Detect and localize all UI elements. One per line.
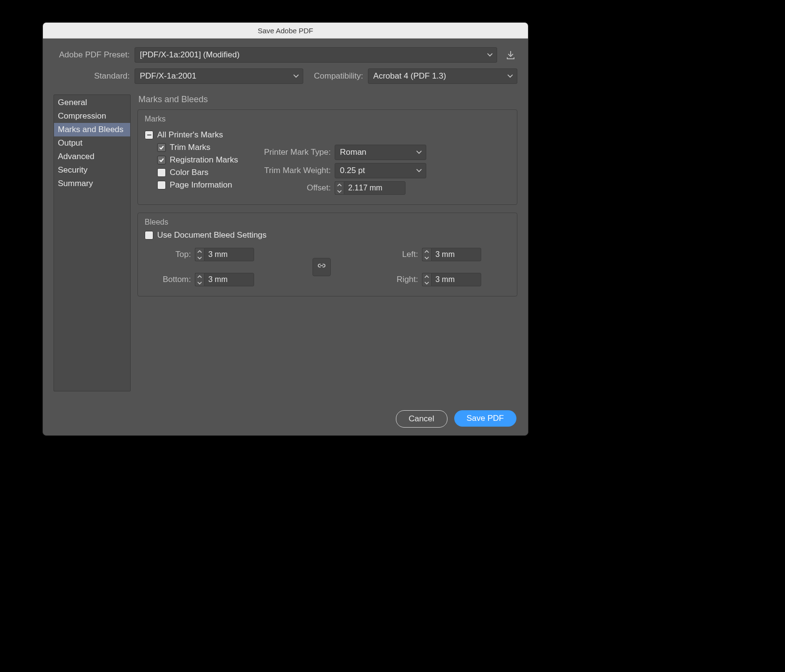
trim-mark-weight-value: 0.25 pt [340, 166, 365, 175]
all-printers-marks-checkbox[interactable] [145, 131, 153, 139]
sidebar-item-label: Compression [58, 111, 106, 121]
trim-mark-weight-select[interactable]: 0.25 pt [335, 163, 426, 178]
window-titlebar: Save Adobe PDF [43, 23, 528, 39]
chevron-down-icon [195, 280, 204, 286]
chevron-down-icon [195, 255, 204, 261]
cancel-button[interactable]: Cancel [396, 410, 447, 428]
trim-mark-weight-label: Trim Mark Weight: [256, 166, 331, 175]
sidebar-item-label: Advanced [58, 152, 95, 161]
dialog-footer: Cancel Save PDF [396, 410, 516, 428]
header-controls: Adobe PDF Preset: [PDF/X-1a:2001] (Modif… [43, 39, 528, 93]
offset-stepper[interactable]: 2.117 mm [335, 181, 406, 195]
all-printers-marks-label: All Printer's Marks [157, 130, 223, 140]
bleed-top-stepper[interactable]: 3 mm [195, 248, 254, 261]
bleeds-group: Bleeds Use Document Bleed Settings Top: [137, 213, 517, 296]
page-information-checkbox[interactable] [157, 181, 166, 189]
chevron-up-icon [195, 248, 204, 255]
chevron-down-icon [487, 53, 493, 57]
trim-marks-label: Trim Marks [170, 143, 210, 152]
sidebar-item-advanced[interactable]: Advanced [54, 150, 130, 163]
standard-select[interactable]: PDF/X-1a:2001 [135, 68, 303, 84]
bleeds-legend: Bleeds [145, 218, 510, 227]
panel-title: Marks and Bleeds [138, 94, 517, 105]
sidebar-item-security[interactable]: Security [54, 163, 130, 177]
color-bars-label: Color Bars [170, 168, 208, 177]
bleed-left-stepper[interactable]: 3 mm [422, 248, 481, 261]
bleed-bottom-label: Bottom: [154, 275, 191, 284]
bleed-top-label: Top: [154, 250, 191, 259]
chevron-up-icon [422, 273, 431, 280]
check-icon [159, 157, 164, 163]
offset-label: Offset: [256, 183, 331, 193]
page-information-label: Page Information [170, 180, 232, 190]
window-title: Save Adobe PDF [257, 27, 313, 35]
bleed-left-label: Left: [389, 250, 418, 259]
registration-marks-checkbox[interactable] [157, 156, 166, 164]
trim-marks-checkbox[interactable] [157, 143, 166, 152]
stepper-arrows[interactable] [195, 273, 204, 286]
standard-value: PDF/X-1a:2001 [140, 71, 196, 81]
bleed-left-value[interactable]: 3 mm [431, 248, 481, 261]
bleed-bottom-value[interactable]: 3 mm [204, 273, 254, 286]
bleed-right-label: Right: [389, 275, 418, 284]
sidebar-item-label: Security [58, 165, 87, 175]
sidebar-item-label: Marks and Bleeds [58, 125, 123, 134]
bleed-top-value[interactable]: 3 mm [204, 248, 254, 261]
printer-mark-type-label: Printer Mark Type: [256, 148, 331, 157]
stepper-arrows[interactable] [422, 273, 431, 286]
category-sidebar: General Compression Marks and Bleeds Out… [54, 94, 131, 391]
compatibility-select[interactable]: Acrobat 4 (PDF 1.3) [368, 68, 517, 84]
sidebar-item-marks-and-bleeds[interactable]: Marks and Bleeds [54, 123, 130, 136]
chevron-down-icon [422, 255, 431, 261]
sidebar-item-general[interactable]: General [54, 96, 130, 109]
bleed-right-value[interactable]: 3 mm [431, 273, 481, 286]
bleed-right-stepper[interactable]: 3 mm [422, 273, 481, 286]
standard-label: Standard: [54, 71, 130, 81]
indeterminate-icon [147, 134, 151, 136]
marks-group: Marks All Printer's Marks Trim Marks [137, 109, 517, 205]
chevron-up-icon [422, 248, 431, 255]
chevron-down-icon [507, 74, 513, 78]
use-document-bleed-checkbox[interactable] [145, 231, 153, 240]
stepper-arrows[interactable] [195, 248, 204, 261]
preset-value: [PDF/X-1a:2001] (Modified) [140, 50, 240, 60]
main-panel: Marks and Bleeds Marks All Printer's Mar… [137, 93, 517, 403]
printer-mark-type-select[interactable]: Roman [335, 145, 426, 160]
compatibility-label: Compatibility: [314, 71, 363, 81]
sidebar-item-label: Summary [58, 179, 93, 188]
chevron-down-icon [422, 280, 431, 286]
registration-marks-label: Registration Marks [170, 155, 238, 165]
save-pdf-dialog: Save Adobe PDF Adobe PDF Preset: [PDF/X-… [42, 22, 528, 436]
download-icon [506, 50, 515, 60]
check-icon [159, 145, 164, 150]
link-bleeds-toggle[interactable] [312, 258, 331, 276]
bleed-bottom-stepper[interactable]: 3 mm [195, 273, 254, 286]
cancel-button-label: Cancel [409, 414, 434, 424]
printer-mark-type-value: Roman [340, 148, 366, 157]
sidebar-item-compression[interactable]: Compression [54, 109, 130, 123]
chevron-down-icon [293, 74, 299, 78]
stepper-arrows[interactable] [422, 248, 431, 261]
offset-value[interactable]: 2.117 mm [344, 181, 406, 195]
marks-legend: Marks [145, 115, 510, 123]
use-document-bleed-label: Use Document Bleed Settings [157, 230, 267, 240]
stepper-arrows[interactable] [335, 181, 344, 195]
preset-select[interactable]: [PDF/X-1a:2001] (Modified) [135, 47, 497, 63]
chevron-down-icon [335, 188, 344, 194]
compatibility-value: Acrobat 4 (PDF 1.3) [373, 71, 446, 81]
sidebar-item-summary[interactable]: Summary [54, 177, 130, 190]
sidebar-item-label: General [58, 98, 87, 107]
save-pdf-button[interactable]: Save PDF [454, 410, 516, 427]
sidebar-item-output[interactable]: Output [54, 136, 130, 150]
preset-label: Adobe PDF Preset: [54, 50, 130, 60]
chevron-up-icon [335, 182, 344, 188]
chevron-down-icon [416, 150, 422, 154]
save-pdf-button-label: Save PDF [467, 414, 504, 423]
link-icon [317, 263, 326, 271]
chevron-down-icon [416, 169, 422, 173]
color-bars-checkbox[interactable] [157, 168, 166, 177]
download-preset-button[interactable] [504, 48, 517, 62]
chevron-up-icon [195, 273, 204, 280]
sidebar-item-label: Output [58, 138, 82, 148]
